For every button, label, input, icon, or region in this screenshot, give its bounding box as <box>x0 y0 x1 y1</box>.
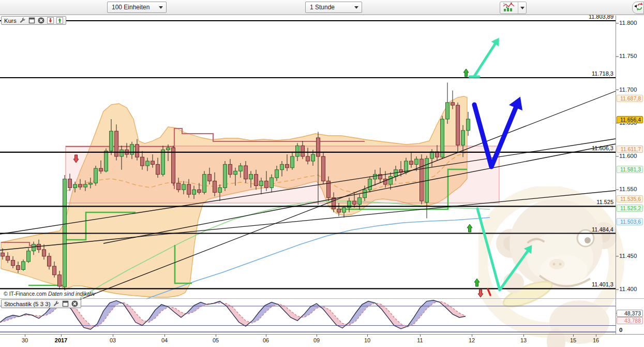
candle <box>79 184 82 187</box>
candle <box>311 154 315 161</box>
candle <box>456 105 460 145</box>
chevron-down-icon[interactable] <box>518 2 526 13</box>
y-axis-tick: 11.450 <box>619 253 637 259</box>
candle <box>172 148 175 183</box>
candle <box>37 244 41 250</box>
refresh-icon <box>634 2 643 14</box>
candle <box>6 256 10 261</box>
candle <box>275 170 279 178</box>
buy-marker-icon <box>474 279 480 286</box>
close-icon[interactable] <box>38 17 44 24</box>
sell-marker-icon <box>478 290 483 297</box>
stoch-zero-label: 0 <box>619 327 622 333</box>
candle <box>167 148 170 150</box>
x-axis-label: 09 <box>313 337 320 343</box>
x-axis-label: 12 <box>469 337 475 343</box>
level-price-label: 11.484,4 <box>538 226 613 233</box>
kurs-panel-title: Kurs <box>4 18 17 24</box>
refresh-button[interactable] <box>632 2 644 14</box>
candle <box>332 198 336 209</box>
level-price-label: 11.606,3 <box>538 145 613 151</box>
window-icon[interactable] <box>62 300 69 307</box>
chevron-down-icon[interactable] <box>156 2 166 12</box>
stop-dash-marker <box>488 289 490 295</box>
candle <box>177 183 181 190</box>
time-axis[interactable]: 3020170304050609101112131516 <box>0 334 644 347</box>
candle <box>317 138 320 156</box>
price-tag: 11.581,3 <box>617 166 643 173</box>
price-tag: 11.687,8 <box>617 95 643 102</box>
candle <box>58 275 62 286</box>
wrench-icon[interactable] <box>19 17 26 24</box>
candle <box>42 250 46 256</box>
buy-marker-icon <box>467 224 472 232</box>
x-axis-label: 13 <box>520 337 527 343</box>
candle <box>415 159 418 164</box>
candle <box>203 175 206 193</box>
chevron-down-icon[interactable] <box>351 2 362 12</box>
candle <box>53 266 56 275</box>
candle <box>353 201 356 204</box>
close-icon[interactable] <box>71 300 78 307</box>
candle <box>363 190 367 197</box>
candle <box>467 119 470 131</box>
candle <box>368 179 372 190</box>
candle <box>213 181 217 193</box>
candle <box>68 179 72 188</box>
price-axis-line <box>616 16 616 334</box>
candle <box>182 184 186 190</box>
buy-marker-icon <box>463 69 469 77</box>
candle <box>141 157 144 166</box>
timeframe-dropdown[interactable]: 1 Stunde <box>305 2 362 13</box>
y-axis-tick: 11.550 <box>619 186 637 192</box>
units-dropdown[interactable]: 100 Einheiten <box>107 2 167 13</box>
candle <box>130 144 134 154</box>
stoch-panel-title: Stochastik (5 3 3) <box>4 301 50 307</box>
y-axis-tick: 11.700 <box>619 86 637 93</box>
y-axis-tick: 11.400 <box>619 286 637 292</box>
price-tag: 11.535,6 <box>617 195 643 203</box>
level-price-label: 11.525 <box>538 199 613 205</box>
candle <box>373 175 377 179</box>
panel-divider <box>0 298 644 299</box>
stochastic-canvas[interactable] <box>0 299 644 334</box>
candle <box>234 171 237 174</box>
candle <box>94 168 98 183</box>
price-tag: 11.656,4 <box>617 116 643 123</box>
units-dropdown-value: 100 Einheiten <box>108 4 156 11</box>
annotation-arrow <box>474 44 495 76</box>
candle <box>337 209 341 212</box>
candle <box>249 175 253 179</box>
window-icon[interactable] <box>28 17 35 24</box>
candle <box>342 208 346 212</box>
candle <box>161 150 165 175</box>
candle <box>104 151 108 171</box>
candle <box>192 190 196 194</box>
candle <box>301 146 305 156</box>
candle <box>218 187 222 192</box>
price-chart-canvas[interactable] <box>0 16 644 299</box>
x-axis-label: 10 <box>364 337 370 343</box>
y-axis-tick: 11.600 <box>619 153 637 159</box>
candle <box>17 266 20 270</box>
candle <box>11 261 15 266</box>
candle <box>306 156 310 161</box>
candle <box>110 131 113 151</box>
candle <box>187 184 191 194</box>
candle <box>99 168 103 171</box>
annotation-arrow <box>477 209 528 290</box>
chart-style-button[interactable] <box>500 2 527 14</box>
wrench-icon[interactable] <box>53 300 59 307</box>
candle <box>265 181 268 188</box>
stoch-panel-header: Stochastik (5 3 3) <box>1 299 81 308</box>
candle <box>48 256 51 266</box>
candle <box>1 253 5 256</box>
stoch-value-tag: 48,373 <box>617 310 643 317</box>
y-axis-tick: 11.750 <box>619 53 637 59</box>
buy-order-icon[interactable] <box>56 17 63 24</box>
x-axis-label: 03 <box>110 337 116 343</box>
candle <box>270 178 274 187</box>
candle <box>198 190 201 192</box>
candle <box>389 177 393 184</box>
sell-order-icon[interactable] <box>47 17 54 24</box>
